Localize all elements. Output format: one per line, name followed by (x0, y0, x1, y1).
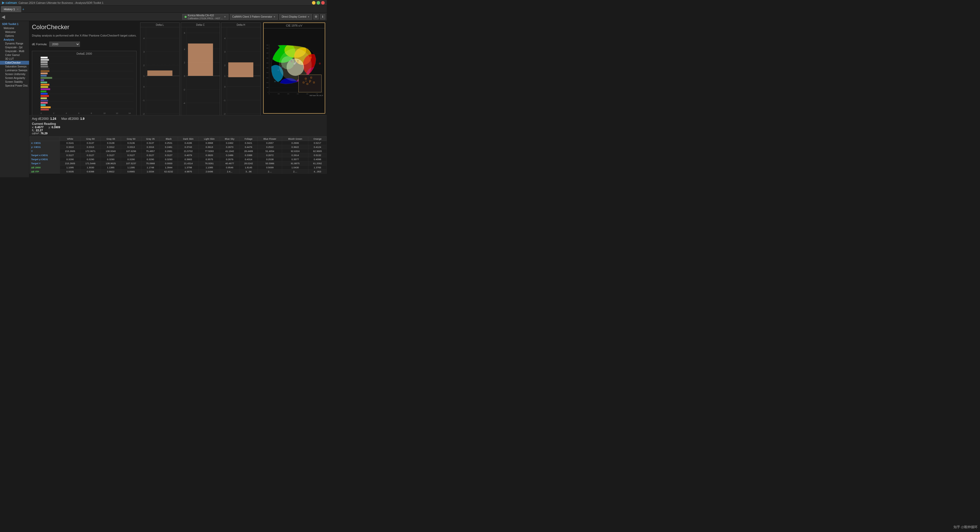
device3-button[interactable]: Direct Display Control ▼ (279, 14, 312, 20)
svg-rect-35 (41, 100, 48, 102)
row-label-target-x: Target x:CIE31 (30, 153, 60, 157)
close-button[interactable] (321, 1, 325, 5)
page-title: ColorChecker (32, 24, 137, 31)
max-de-item: Max dE2000: 1.9 (61, 117, 84, 121)
svg-text:0.25: 0.25 (316, 94, 318, 94)
sidebar-item-welcome[interactable]: Welcome (0, 30, 29, 34)
svg-rect-39 (41, 109, 49, 111)
svg-point-172 (309, 82, 310, 83)
device1-status-dot (185, 16, 187, 18)
de-formula-select[interactable]: 2000 ITP 76 CMC (49, 41, 80, 47)
reading-row2: fL: 22.27 (32, 129, 324, 132)
svg-text:2: 2 (184, 62, 185, 64)
main-area: SDR Toolkit 1 Welcome Welcome Options An… (0, 21, 327, 177)
svg-rect-26 (41, 80, 44, 81)
sidebar-item-colorchecker[interactable]: ColorChecker (0, 61, 29, 65)
settings-button[interactable]: ⚙ (313, 14, 318, 19)
y-reading: y: 0.3909 (48, 126, 60, 129)
svg-rect-25 (41, 77, 52, 79)
device1-dropdown-icon: ▼ (224, 16, 226, 18)
svg-text:0.05: 0.05 (266, 87, 268, 88)
minimize-button[interactable] (312, 1, 315, 5)
reading-row1: x: 0.4577 y: 0.3909 (32, 126, 324, 129)
sidebar-item-grayscale-2pt[interactable]: Grayscale - 2pt (0, 45, 29, 49)
device1-label: Konica Minolta CA-410 Calibration 27G2K … (188, 14, 223, 20)
data-table-section: White Gray 80 Gray 65 Gray 50 Gray 35 Bl… (29, 136, 327, 177)
sidebar-item-welcome-group[interactable]: Welcome (0, 26, 29, 30)
cie-chart: CIE 1976 u'v' 0 (263, 22, 325, 114)
max-de-value: 1.9 (80, 117, 84, 121)
info-button[interactable]: ℹ (320, 14, 325, 19)
col-header-lightskin: Light Skin (199, 137, 220, 141)
data-table: White Gray 80 Gray 65 Gray 50 Gray 35 Bl… (29, 137, 327, 174)
device3-dropdown-icon: ▼ (307, 16, 310, 18)
tab-close-icon[interactable]: × (17, 8, 18, 11)
sidebar-item-options[interactable]: Options (0, 34, 29, 38)
svg-rect-36 (41, 102, 48, 104)
sidebar-item-dynamic-range[interactable]: Dynamic Range (0, 41, 29, 45)
data-table-scroll[interactable]: White Gray 80 Gray 65 Gray 50 Gray 35 Bl… (29, 137, 327, 177)
sidebar-item-spectral-power[interactable]: Spectral Power Dist. (0, 84, 29, 88)
svg-rect-20 (41, 66, 48, 68)
avg-de-label: Avg dE2000: (32, 117, 49, 121)
row-label-target-y: Target y:CIE31 (30, 157, 60, 161)
sidebar-item-analysis-group: Analysis (0, 38, 29, 41)
svg-rect-37 (41, 104, 46, 106)
svg-text:0.05: 0.05 (278, 94, 280, 94)
cie-svg: 0 0.05 0.10 0.15 0.20 0.25 0.30 0.35 0.4… (264, 28, 325, 111)
device1-button[interactable]: Konica Minolta CA-410 Calibration 27G2K … (182, 14, 228, 20)
sidebar-section-header: SDR Toolkit 1 (0, 22, 29, 26)
svg-text:0.45: 0.45 (266, 48, 268, 49)
cdm2-reading: cd/m²: 76.29 (32, 132, 48, 135)
col-header-bluishgreen: Bluish Green (282, 137, 309, 141)
table-row-target-y: Target y:CIE31 0.3290 0.3290 0.3290 0.32… (30, 157, 327, 161)
svg-text:-2: -2 (143, 113, 145, 115)
maximize-button[interactable] (317, 1, 320, 5)
tab-history1[interactable]: History 1 × (1, 6, 21, 12)
sidebar-toggle[interactable]: ◀ (2, 14, 5, 20)
delta-h-svg: 4 3 2 1 0 -1 -2 (221, 27, 260, 115)
svg-rect-24 (41, 75, 47, 76)
svg-text:2: 2 (143, 64, 145, 67)
reading-row3: cd/m²: 76.29 (32, 132, 324, 135)
col-header-blueflower: Blue Flower (258, 137, 282, 141)
table-row-target-Y: Target Y 215.2605 171.5446 138.9625 107.… (30, 161, 327, 166)
sidebar-item-screen-uniformity[interactable]: Screen Uniformity (0, 72, 29, 76)
tab-bar: History 1 × + (0, 6, 327, 13)
deltae-chart-body: 0 2 4 6 8 10 12 14 (32, 55, 136, 115)
svg-text:-1: -1 (143, 99, 145, 102)
svg-text:0: 0 (41, 112, 42, 115)
table-row-target-x: Target x:CIE31 0.3127 0.3127 0.3127 0.31… (30, 153, 327, 157)
content-area: ColorChecker Display analysis is perform… (29, 21, 327, 177)
sidebar-item-color-gamut[interactable]: Color Gamut (0, 53, 29, 57)
table-row-x-cie31: x: CIE31 0.3141 0.3137 0.3138 0.3136 0.3… (30, 141, 327, 145)
svg-text:1: 1 (143, 75, 145, 77)
sidebar-item-screen-stability[interactable]: Screen Stability (0, 80, 29, 84)
svg-rect-28 (41, 84, 49, 86)
delta-c-title: Delta C (181, 23, 220, 27)
add-tab-button[interactable]: + (22, 7, 24, 11)
col-header-gray35: Gray 35 (141, 137, 159, 141)
svg-rect-164 (299, 76, 321, 91)
delta-charts-row: Delta L (140, 22, 261, 115)
col-header-gray50: Gray 50 (121, 137, 142, 141)
row-label-x-cie31: x: CIE31 (30, 141, 60, 145)
col-header-white: White (60, 137, 80, 141)
sidebar-item-saturation-sweeps[interactable]: Saturation Sweeps (0, 65, 29, 68)
svg-text:2: 2 (224, 64, 226, 67)
sidebar-item-luminance-sweeps[interactable]: Luminance Sweeps (0, 68, 29, 72)
device2-button[interactable]: CalMAN Client 3 Pattern Generator ▼ (230, 14, 278, 20)
cie-panel: CIE 1976 u'v' 0 (262, 21, 327, 115)
svg-rect-21 (41, 68, 49, 70)
sidebar-item-grayscale-multi[interactable]: Grayscale - Multi (0, 49, 29, 53)
delta-l-title: Delta L (140, 23, 180, 27)
svg-text:-4: -4 (183, 102, 185, 104)
delta-l-svg: 4 3 2 1 0 -1 -2 (140, 27, 180, 115)
current-reading-title: Current Reading (32, 122, 324, 126)
delta-c-svg: 6 4 2 0 -2 -4 -6 (181, 27, 220, 115)
cie-title: CIE 1976 u'v' (264, 23, 325, 28)
sidebar-item-3d-lut[interactable]: 3D LUT (0, 57, 29, 61)
svg-text:8: 8 (91, 112, 92, 115)
col-header-black: Black (159, 137, 178, 141)
sidebar-item-screen-angularity[interactable]: Screen Angularity (0, 76, 29, 80)
